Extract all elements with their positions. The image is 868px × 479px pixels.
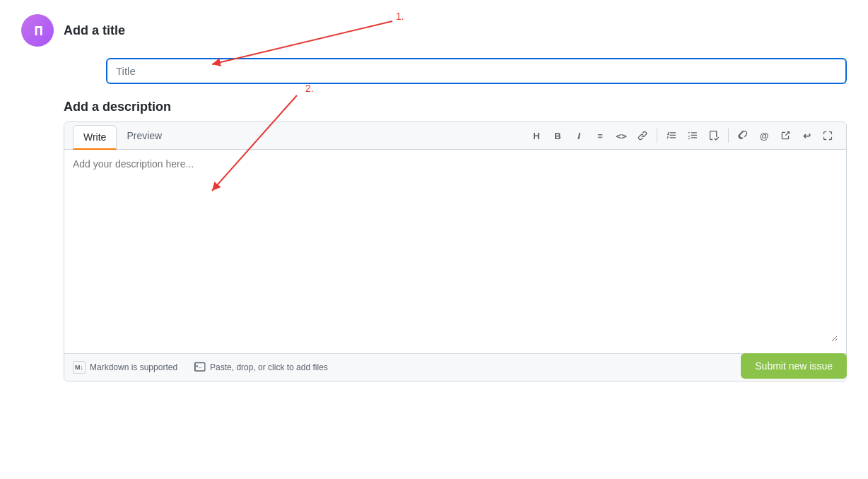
- markdown-icon: M↓: [73, 361, 86, 374]
- bold-button[interactable]: B: [548, 126, 568, 146]
- description-textarea[interactable]: [73, 158, 838, 342]
- description-editor: Write Preview H B I ≡ <>: [64, 122, 847, 382]
- editor-tabs-bar: Write Preview H B I ≡ <>: [64, 122, 846, 150]
- description-textarea-container[interactable]: [64, 150, 846, 353]
- undo-button[interactable]: ↩: [797, 126, 816, 146]
- markdown-support-label: M↓ Markdown is supported: [73, 361, 177, 374]
- mention-button[interactable]: @: [754, 126, 774, 146]
- attachment-button[interactable]: [733, 126, 753, 146]
- strikethrough-button[interactable]: ≡: [590, 126, 610, 146]
- cross-ref-button[interactable]: [775, 126, 795, 146]
- file-attach-label[interactable]: Paste, drop, or click to add files: [194, 362, 328, 373]
- submit-new-issue-button[interactable]: Submit new issue: [741, 353, 847, 379]
- title-input[interactable]: [106, 58, 847, 84]
- avatar: ᴨ: [21, 14, 54, 47]
- italic-button[interactable]: I: [569, 126, 589, 146]
- tab-write[interactable]: Write: [73, 125, 117, 150]
- unordered-list-button[interactable]: [683, 126, 703, 146]
- editor-footer: M↓ Markdown is supported Paste, drop, or…: [64, 353, 846, 381]
- heading-button[interactable]: H: [527, 126, 546, 146]
- add-title-label: Add a title: [64, 23, 125, 38]
- ordered-list-button[interactable]: [662, 126, 681, 146]
- fullscreen-button[interactable]: [818, 126, 838, 146]
- svg-text:2.: 2.: [305, 83, 314, 94]
- avatar-icon: ᴨ: [34, 21, 41, 40]
- code-button[interactable]: <>: [611, 126, 631, 146]
- image-icon: [194, 362, 206, 373]
- editor-toolbar: H B I ≡ <>: [527, 123, 838, 148]
- add-description-label: Add a description: [64, 100, 847, 114]
- task-list-button[interactable]: [704, 126, 724, 146]
- tab-preview[interactable]: Preview: [117, 124, 172, 148]
- link-button[interactable]: [633, 126, 652, 146]
